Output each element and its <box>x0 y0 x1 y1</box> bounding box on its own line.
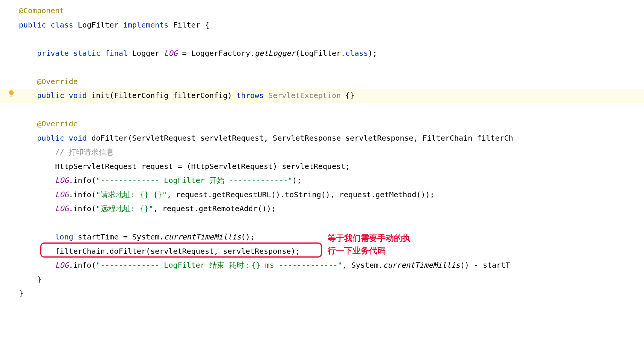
code-line[interactable]: // 打印请求信息 <box>19 145 644 160</box>
method-name: doFilter <box>92 133 128 143</box>
keyword: long <box>55 232 73 241</box>
braces: {} <box>345 91 354 100</box>
operator: = <box>182 49 187 58</box>
type: System <box>132 232 159 241</box>
annotation: @Override <box>37 77 78 86</box>
brace: } <box>19 289 23 298</box>
type: FilterChain <box>423 133 472 143</box>
paren: ( <box>92 204 96 213</box>
code-line[interactable]: HttpServletRequest request = (HttpServle… <box>19 160 644 174</box>
keyword: static <box>73 49 101 58</box>
method: getMethod <box>375 190 416 199</box>
code-line[interactable]: LOG.info("------------- LogFilter 开始 ---… <box>19 173 644 188</box>
code-line[interactable]: } <box>19 287 644 301</box>
method: currentTimeMillis <box>164 232 241 241</box>
paren: () <box>460 261 469 270</box>
type: FilterConfig <box>114 91 169 100</box>
type: Logger <box>132 49 159 58</box>
variable: servletRequest <box>282 162 345 171</box>
paren: ( <box>110 91 114 100</box>
string-literal: "请求地址: {} {}" <box>96 190 167 199</box>
variable: startTime <box>78 232 119 241</box>
method: toString <box>285 190 321 199</box>
type: LoggerFactory <box>191 49 250 58</box>
paren: ( <box>296 49 300 58</box>
annotation: @Component <box>19 6 64 15</box>
operator: - <box>474 261 478 270</box>
brace: { <box>205 20 209 29</box>
code-line[interactable]: LOG.info("远程地址: {}", request.getRemoteAd… <box>19 202 644 216</box>
method: info <box>73 261 92 270</box>
code-line[interactable] <box>19 60 644 75</box>
dot: . <box>159 232 164 241</box>
method: getRequestURL <box>212 190 272 199</box>
comma: , <box>153 204 158 213</box>
code-line[interactable]: LOG.info("请求地址: {} {}", request.getReque… <box>19 188 644 202</box>
dot: . <box>341 49 345 58</box>
code-line[interactable]: public void doFilter(ServletRequest serv… <box>19 131 644 146</box>
comma: , <box>414 133 418 143</box>
paren: ); <box>368 49 377 58</box>
highlight-box <box>40 242 322 258</box>
method: info <box>73 190 92 199</box>
operator: = <box>177 162 182 171</box>
code-line[interactable]: } <box>19 273 644 287</box>
code-line[interactable]: private static final Logger LOG = Logger… <box>19 46 644 61</box>
variable: request <box>162 204 194 213</box>
string-literal: "------------- LogFilter 结束 耗时：{} ms ---… <box>96 261 342 270</box>
code-line[interactable]: @Component <box>19 4 644 18</box>
callout-text: 等于我们需要手动的执 行一下业务代码 <box>328 232 411 257</box>
paren: (); <box>241 232 255 241</box>
dot: . <box>378 261 383 270</box>
dot: . <box>69 204 73 213</box>
type: HttpServletRequest <box>55 162 137 171</box>
code-line-highlighted[interactable]: public void init(FilterConfig filterConf… <box>0 89 644 103</box>
class-name: LogFilter <box>78 20 119 29</box>
code-line[interactable]: public class LogFilter implements Filter… <box>19 18 644 32</box>
method: info <box>73 204 92 213</box>
code-line[interactable] <box>19 103 644 117</box>
code-line[interactable]: LOG.info("------------- LogFilter 结束 耗时：… <box>19 258 644 273</box>
method: currentTimeMillis <box>383 261 460 270</box>
string-literal: "远程地址: {}" <box>96 204 153 213</box>
method: getLogger <box>255 49 295 58</box>
param: servletResponse <box>345 133 414 143</box>
paren: (). <box>271 190 285 199</box>
code-line[interactable]: @Override <box>19 117 644 131</box>
lightbulb-icon[interactable] <box>8 90 15 97</box>
variable: LOG <box>55 204 69 213</box>
dot: . <box>250 49 255 58</box>
type: System <box>351 261 378 270</box>
type: ServletRequest <box>132 133 196 143</box>
keyword: public <box>19 20 46 29</box>
keyword: implements <box>123 20 168 29</box>
code-line[interactable] <box>19 216 644 230</box>
interface-name: Filter <box>173 20 200 29</box>
variable: request <box>339 190 371 199</box>
comma: , <box>264 133 268 143</box>
variable: LOG <box>55 261 69 270</box>
keyword: final <box>105 49 128 58</box>
paren: ); <box>292 176 301 185</box>
exception-type: ServletException <box>268 91 341 100</box>
paren: ( <box>128 133 132 143</box>
code-editor[interactable]: @Component public class LogFilter implem… <box>0 0 644 301</box>
variable: LOG <box>164 49 177 58</box>
param: filterCh <box>477 133 513 143</box>
type: ServletResponse <box>273 133 341 143</box>
brace: } <box>37 275 41 284</box>
param: servletRequest <box>200 133 264 143</box>
code-line[interactable] <box>19 32 644 46</box>
dot: . <box>194 204 198 213</box>
variable: request <box>176 190 208 199</box>
paren: ( <box>92 190 96 199</box>
paren: (), <box>321 190 335 199</box>
callout-line1: 等于我们需要手动的执 <box>328 232 411 244</box>
keyword: throws <box>237 91 264 100</box>
cast: (HttpServletRequest) <box>187 162 278 171</box>
operator: = <box>123 232 128 241</box>
paren: ( <box>92 261 96 270</box>
code-line[interactable]: @Override <box>19 75 644 89</box>
paren: ()); <box>258 204 276 213</box>
keyword: class <box>50 20 73 29</box>
